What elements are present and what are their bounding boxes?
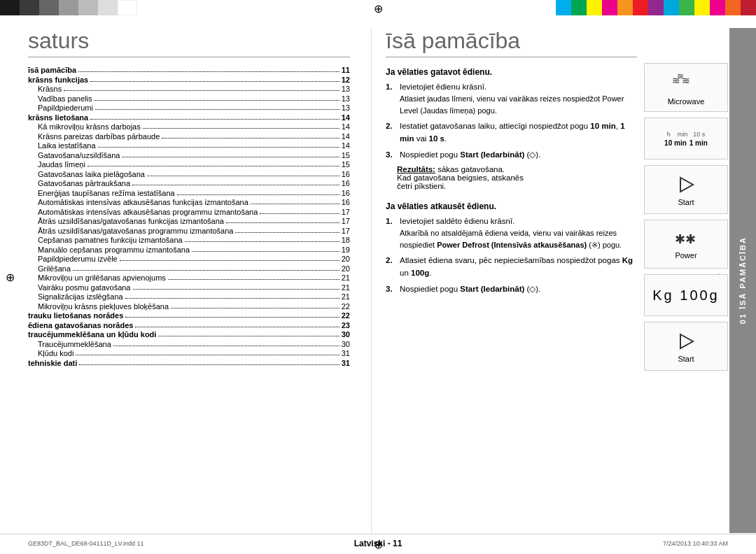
toc-page: 17: [342, 227, 350, 235]
toc-row: Mikroviļņu krāsns piekļuves bloķēšana 22: [28, 302, 350, 311]
section1-heading: Ja vēlaties gatavot ēdienu.: [386, 67, 637, 77]
toc-row: Ātrās uzsildīšanas/gatavošanas programmu…: [28, 227, 350, 235]
toc-leader: [95, 109, 340, 110]
toc-leader: [94, 100, 339, 101]
toc-row: krāsns funkcijas 12: [28, 76, 350, 84]
toc-label: Mikroviļņu krāsns piekļuves bloķēšana: [28, 302, 169, 311]
toc-leader: [251, 204, 340, 204]
toc-leader: [122, 157, 339, 157]
step2-2-text: Atlasiet ēdiena svaru, pēc nepieciešamīb…: [400, 255, 637, 279]
svg-text:≋: ≋: [677, 71, 684, 81]
step-num: 1.: [386, 215, 397, 250]
toc-label: Traucējummeklēšana: [28, 340, 111, 348]
toc-leader: [132, 185, 340, 185]
10min-value: 10 min: [664, 139, 687, 147]
instructions-section: īsā pamācība Ja vēlaties gatavot ēdienu.…: [371, 28, 728, 533]
toc-page: 30: [342, 340, 350, 348]
toc-page: 14: [342, 113, 350, 122]
step1-1-content: Ievietojiet ēdienu krāsnī. Atlasiet jaud…: [400, 81, 637, 116]
toc-leader: [125, 317, 339, 318]
toc-label: Grilēšana: [28, 264, 71, 273]
toc-row: traucējummeklēšana un kļūdu kodi 30: [28, 330, 350, 339]
toc-label: Gatavošanas laika pielāgošana: [28, 170, 145, 178]
toc-page: 11: [342, 66, 350, 74]
start-panel-2: Start: [644, 322, 728, 371]
result-line1: Rezultāts: sākas gatavošana.: [397, 165, 637, 173]
color-bar-right: [556, 0, 756, 15]
toc-page: 30: [342, 330, 350, 339]
svg-text:✱✱: ✱✱: [675, 232, 696, 246]
toc-page: 20: [342, 264, 350, 273]
instructions-title: īsā pamācība: [386, 28, 637, 57]
toc-page: 21: [342, 283, 350, 292]
toc-leader: [133, 289, 340, 290]
toc-row: Enerģijas taupīšanas režīma iestatīšana …: [28, 189, 350, 197]
toc-page: 12: [342, 76, 350, 84]
start-label-2: Start: [678, 355, 694, 363]
toc-page: 14: [342, 141, 350, 150]
step2-3-text: Nospiediet pogu Start (Iedarbināt) (◇).: [400, 283, 637, 295]
main-content: saturs īsā pamācība 11 krāsns funkcijas …: [28, 28, 728, 533]
toc-row: Automātiskas intensīvas atkausēšanas pro…: [28, 208, 350, 216]
toc-leader: [162, 138, 339, 138]
toc-leader: [171, 308, 340, 308]
toc-row: Traucējummeklēšana 30: [28, 340, 350, 348]
footer: GE83DT_BAL_DE68-04111D_LV.indd 11 Latvis…: [0, 534, 756, 548]
toc-title: saturs: [28, 28, 350, 57]
step1-2: 2. Iestatiet gatavošanas laiku, attiecīg…: [386, 120, 637, 145]
toc-label: Krāsns: [28, 85, 62, 93]
power-icon: ✱✱: [673, 229, 699, 251]
time-labels: h min 10 s: [667, 131, 706, 138]
toc-page: 15: [342, 160, 350, 169]
toc-row: Cepšanas pamatnes funkciju izmantošana 1…: [28, 236, 350, 244]
min-label: min: [678, 131, 688, 138]
step1-3-text: Nospiediet pogu Start (Iedarbināt) (◇).: [400, 149, 637, 161]
toc-label: Cepšanas pamatnes funkciju izmantošana: [28, 236, 183, 244]
toc-leader: [78, 71, 340, 72]
panels-column: ≋ ≋ ≋ Microwave h min 10 s 10 min 1 min: [644, 63, 728, 371]
toc-leader: [260, 213, 339, 214]
toc-label: Enerģijas taupīšanas režīma iestatīšana: [28, 189, 175, 197]
toc-leader: [135, 327, 339, 327]
toc-page: 17: [342, 217, 350, 225]
step-num: 1.: [386, 81, 397, 116]
toc-label: Krāsns pareizas darbības pārbaude: [28, 132, 160, 141]
toc-row: Jaudas līmeņi 15: [28, 160, 350, 169]
toc-leader: [88, 166, 340, 166]
toc-label: ēdiena gatavošanas norādes: [28, 321, 133, 329]
step2-2: 2. Atlasiet ēdiena svaru, pēc nepiecieša…: [386, 255, 637, 279]
toc-leader: [185, 241, 340, 242]
toc-label: Ātrās uzsildīšanas/gatavošanas programmu…: [28, 227, 233, 235]
toc-leader: [120, 260, 340, 261]
toc-page: 16: [342, 179, 350, 187]
toc-row: Kā mikroviļņu krāsns darbojas 14: [28, 122, 350, 131]
toc-label: Ātrās uzsildīšanas/gatavošanas funkcijas…: [28, 217, 224, 225]
toc-page: 13: [342, 94, 350, 103]
section1: Ja vēlaties gatavot ēdienu. 1. Ievietoji…: [386, 67, 637, 190]
toc-page: 22: [342, 302, 350, 311]
toc-label: Papildpiederumi: [28, 104, 93, 112]
footer-center: Latviski - 11: [354, 539, 402, 548]
microwave-panel: ≋ ≋ ≋ Microwave: [644, 63, 728, 112]
side-tab-text: 01 ĪSĀ PAMĀCĪBA: [738, 236, 747, 324]
step1-3: 3. Nospiediet pogu Start (Iedarbināt) (◇…: [386, 149, 637, 161]
toc-page: 31: [342, 349, 350, 357]
toc-label: īsā pamācība: [28, 66, 76, 74]
toc-page: 22: [342, 311, 350, 320]
section2-heading: Ja vēlaties atkausēt ēdienu.: [386, 201, 637, 211]
toc-label: krāsns funkcijas: [28, 76, 88, 84]
step1-1: 1. Ievietojiet ēdienu krāsnī. Atlasiet j…: [386, 81, 637, 116]
toc-leader: [168, 279, 340, 280]
toc-label: Gatavošana/uzsildīšana: [28, 151, 120, 159]
start-icon-1: [675, 173, 697, 198]
toc-row: trauku lietošanas norādes 22: [28, 311, 350, 320]
toc-label: Laika iestatīšana: [28, 141, 96, 150]
step1-3-content: Nospiediet pogu Start (Iedarbināt) (◇).: [400, 149, 637, 161]
toc-page: 14: [342, 122, 350, 131]
step2-3: 3. Nospiediet pogu Start (Iedarbināt) (◇…: [386, 283, 637, 295]
toc-leader: [76, 355, 339, 355]
toc-row: Krāsns pareizas darbības pārbaude 14: [28, 132, 350, 141]
step2-1-text: Ievietojiet saldēto ēdienu krāsnī.: [400, 215, 637, 227]
toc-leader: [192, 251, 340, 252]
toc-leader: [73, 270, 340, 271]
